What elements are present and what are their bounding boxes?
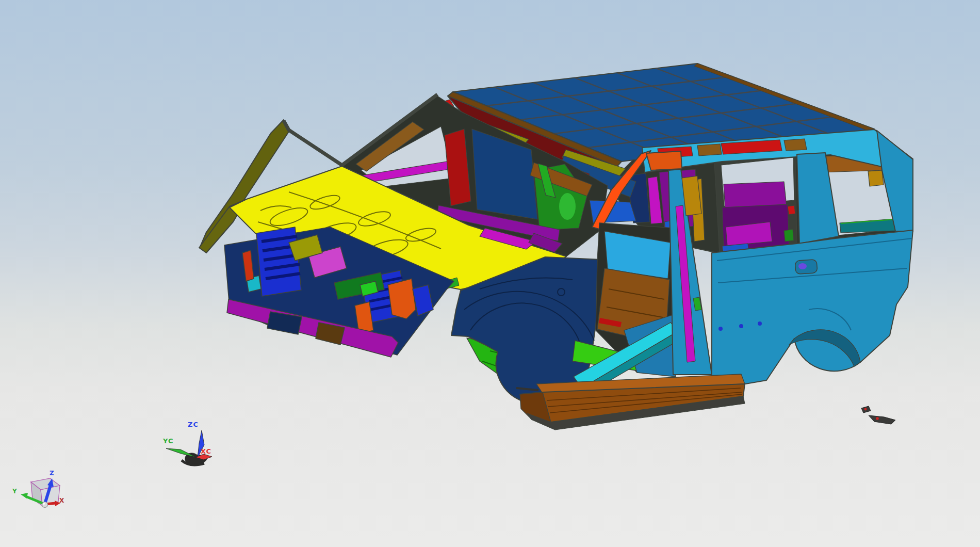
quarter-panel[interactable]: [712, 230, 913, 384]
rail-brown-patch[interactable]: [697, 144, 722, 156]
csys-y-arrowhead: [21, 493, 28, 498]
csys-y-label: Y: [12, 488, 18, 494]
datum-csys[interactable]: [21, 478, 60, 508]
csys-origin-highlight: [43, 503, 45, 505]
viewport-3d-canvas[interactable]: [0, 0, 980, 547]
wcs-zc-label: ZC: [188, 421, 199, 428]
wcs-xc-label: XC: [201, 448, 211, 455]
csys-z-label: Z: [50, 470, 55, 476]
seat-highlight: [559, 193, 576, 220]
rail-brown-patch-2[interactable]: [784, 139, 807, 151]
csys-origin-ball[interactable]: [42, 502, 48, 508]
wcs-yc-label: YC: [163, 438, 174, 444]
rail-orange-patch[interactable]: [646, 151, 682, 170]
front-orange-strut-2[interactable]: [388, 279, 416, 319]
loose-brackets[interactable]: [861, 406, 895, 424]
car-body-model[interactable]: [199, 63, 913, 430]
csys-x-label: X: [59, 497, 64, 504]
door-handle-pocket[interactable]: [795, 260, 818, 275]
cad-viewport[interactable]: ZC YC XC Z Y X: [0, 0, 980, 547]
